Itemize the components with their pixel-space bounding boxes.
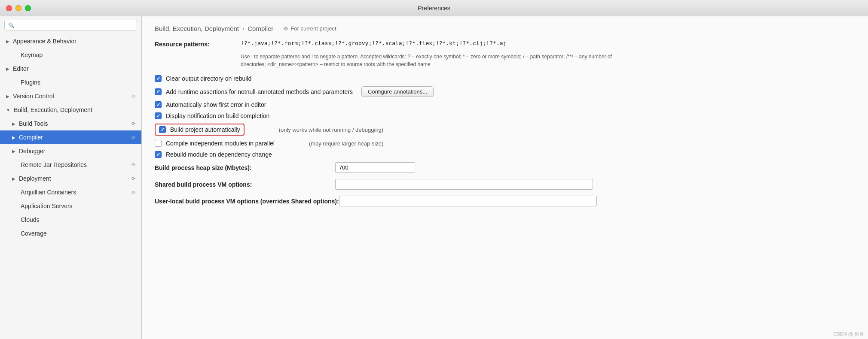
sidebar-item-version-control[interactable]: Version Control⟳ (0, 89, 141, 103)
chevron-right-icon (6, 94, 9, 99)
resource-patterns-label: Resource patterns: (155, 40, 241, 48)
field-input-shared-vm[interactable] (335, 179, 593, 190)
configure-annotations-button[interactable]: Configure annotations... (361, 86, 434, 97)
field-input-user-local-vm[interactable] (339, 196, 597, 206)
checkbox-row-rebuild-dependency: Rebuild module on dependency change (155, 151, 855, 158)
sidebar-item-label: Appearance & Behavior (13, 38, 76, 45)
sidebar-item-label: Coverage (21, 230, 47, 237)
sidebar-item-label: Keymap (21, 51, 43, 58)
sync-icon: ⟳ (131, 135, 135, 140)
checkbox-group-show-first-error: Automatically show first error in editor (155, 101, 266, 108)
checkbox-group-build-auto: Build project automatically (155, 124, 245, 136)
sync-icon: ⟳ (131, 121, 135, 127)
checkbox-label-build-auto: Build project automatically (170, 126, 240, 133)
sidebar-item-label: Build, Execution, Deployment (14, 106, 92, 113)
search-wrapper[interactable]: 🔍 (4, 20, 137, 30)
checkbox-group-compile-parallel: Compile independent modules in parallel (155, 140, 275, 147)
chevron-right-icon (12, 176, 15, 181)
field-label-shared-vm: Shared build process VM options: (155, 181, 335, 188)
sidebar: 🔍 Appearance & BehaviorKeymapEditorPlugi… (0, 16, 142, 339)
field-rows: Build process heap size (Mbytes):Shared … (155, 162, 855, 206)
sidebar-item-label: Arquillian Containers (21, 189, 76, 196)
sidebar-items: Appearance & BehaviorKeymapEditorPlugins… (0, 34, 141, 339)
side-note-build-auto: (only works while not running / debuggin… (262, 127, 384, 133)
chevron-right-icon (6, 67, 9, 71)
breadcrumb-project-label: For current project (290, 25, 336, 32)
checkbox-group-rebuild-dependency: Rebuild module on dependency change (155, 151, 272, 158)
sync-icon: ⟳ (131, 94, 135, 99)
sidebar-item-deployment[interactable]: Deployment⟳ (0, 172, 141, 185)
checkbox-compile-parallel[interactable] (155, 140, 162, 147)
search-icon: 🔍 (8, 22, 15, 28)
checkbox-group-clear-output: Clear output directory on rebuild (155, 75, 251, 82)
checkbox-label-clear-output: Clear output directory on rebuild (166, 75, 251, 82)
checkbox-label-rebuild-dependency: Rebuild module on dependency change (166, 151, 272, 158)
resource-patterns-row: Resource patterns: !?*.java;!?*.form;!?*… (155, 40, 855, 48)
checkbox-clear-output[interactable] (155, 75, 162, 82)
checkbox-label-show-first-error: Automatically show first error in editor (166, 101, 266, 108)
search-input[interactable] (17, 22, 133, 28)
sidebar-item-arquillian[interactable]: Arquillian Containers⟳ (0, 185, 141, 199)
maximize-button[interactable] (25, 5, 31, 11)
checkbox-show-first-error[interactable] (155, 101, 162, 108)
resource-hint: Use ; to separate patterns and ! to nega… (241, 53, 627, 68)
sync-icon: ⟳ (131, 190, 135, 195)
checkbox-display-notification[interactable] (155, 112, 162, 119)
sidebar-item-plugins[interactable]: Plugins (0, 76, 141, 89)
watermark: CSDN @ 贝哥 (834, 331, 864, 337)
checkbox-group-runtime-assertions: Add runtime assertions for notnull-annot… (155, 88, 353, 95)
checkbox-label-display-notification: Display notification on build completion (166, 112, 269, 119)
checkbox-rows: Clear output directory on rebuildAdd run… (155, 75, 855, 158)
sidebar-item-label: Application Servers (21, 203, 73, 209)
field-row-shared-vm: Shared build process VM options: (155, 179, 855, 190)
checkbox-runtime-assertions[interactable] (155, 88, 162, 95)
resource-patterns-value[interactable]: !?*.java;!?*.form;!?*.class;!?*.groovy;!… (241, 40, 855, 46)
sidebar-item-compiler[interactable]: Compiler⟳ (0, 130, 141, 144)
sidebar-item-clouds[interactable]: Clouds (0, 213, 141, 227)
field-label-heap-size: Build process heap size (Mbytes): (155, 164, 335, 171)
checkbox-row-clear-output: Clear output directory on rebuild (155, 75, 855, 82)
breadcrumb-separator: › (242, 25, 244, 32)
sidebar-item-label: Clouds (21, 216, 40, 223)
sidebar-item-remote-jar[interactable]: Remote Jar Repositories⟳ (0, 158, 141, 172)
chevron-right-icon (12, 121, 15, 126)
content-area: Build, Execution, Deployment › Compiler … (142, 16, 868, 339)
sidebar-item-label: Compiler (19, 134, 43, 141)
breadcrumb: Build, Execution, Deployment › Compiler … (155, 25, 855, 32)
breadcrumb-project: ⚙ For current project (284, 25, 336, 32)
side-note-compile-parallel: (may require larger heap size) (292, 140, 383, 147)
breadcrumb-sub: Compiler (248, 25, 273, 32)
checkbox-rebuild-dependency[interactable] (155, 151, 162, 158)
sidebar-item-appearance[interactable]: Appearance & Behavior (0, 34, 141, 48)
sync-icon: ⟳ (131, 176, 135, 182)
field-input-heap-size[interactable] (335, 162, 415, 173)
sidebar-item-coverage[interactable]: Coverage (0, 227, 141, 240)
chevron-right-icon (12, 149, 15, 154)
sidebar-item-keymap[interactable]: Keymap (0, 48, 141, 62)
chevron-right-icon (12, 135, 15, 140)
sidebar-item-editor[interactable]: Editor (0, 62, 141, 76)
sidebar-item-debugger[interactable]: Debugger (0, 144, 141, 158)
sidebar-item-label: Debugger (19, 148, 46, 154)
sidebar-item-label: Version Control (13, 93, 54, 100)
sidebar-item-app-servers[interactable]: Application Servers (0, 199, 141, 213)
project-icon: ⚙ (284, 26, 288, 32)
close-button[interactable] (6, 5, 12, 11)
breadcrumb-main: Build, Execution, Deployment (155, 25, 239, 32)
field-row-user-local-vm: User-local build process VM options (ove… (155, 196, 855, 206)
checkbox-label-compile-parallel: Compile independent modules in parallel (166, 140, 275, 147)
sidebar-item-label: Build Tools (19, 120, 48, 127)
sidebar-item-build-exec-deploy[interactable]: Build, Execution, Deployment (0, 103, 141, 117)
titlebar: Preferences (0, 0, 868, 16)
chevron-right-icon (6, 39, 9, 44)
checkbox-row-runtime-assertions: Add runtime assertions for notnull-annot… (155, 86, 855, 97)
sidebar-item-build-tools[interactable]: Build Tools⟳ (0, 117, 141, 130)
checkbox-row-compile-parallel: Compile independent modules in parallel(… (155, 140, 855, 147)
sidebar-item-label: Editor (13, 65, 29, 72)
sync-icon: ⟳ (131, 162, 135, 168)
checkbox-build-auto[interactable] (159, 126, 166, 133)
sidebar-item-label: Plugins (21, 79, 40, 86)
field-row-heap-size: Build process heap size (Mbytes): (155, 162, 855, 173)
minimize-button[interactable] (15, 5, 21, 11)
checkbox-group-display-notification: Display notification on build completion (155, 112, 269, 119)
